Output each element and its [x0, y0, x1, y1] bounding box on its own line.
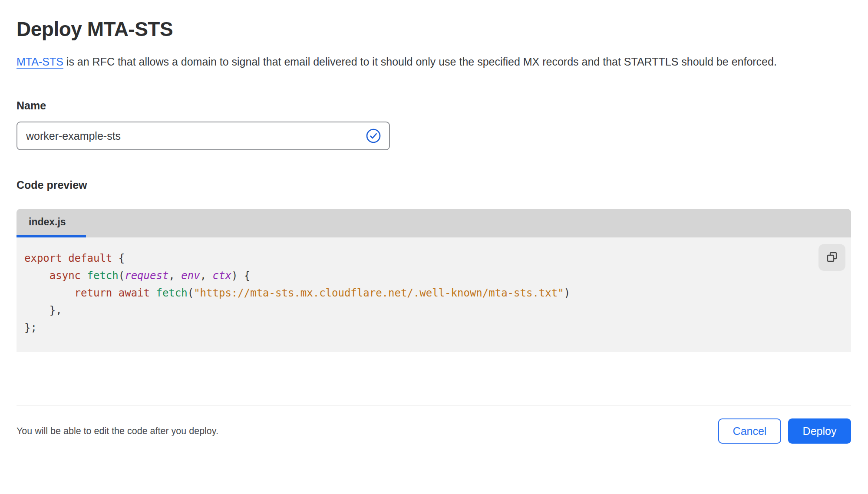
code-token: export default	[24, 252, 112, 264]
code-token: },	[24, 304, 62, 316]
code-token	[24, 270, 50, 282]
copy-icon	[826, 251, 838, 264]
code-preview-card: index.js export default { async fetch(re…	[17, 209, 851, 352]
deploy-mta-sts-page: Deploy MTA-STS MTA-STS is an RFC that al…	[0, 0, 868, 494]
description-body: is an RFC that allows a domain to signal…	[63, 56, 777, 68]
code-line: export default {	[24, 250, 842, 267]
cancel-button[interactable]: Cancel	[718, 418, 781, 444]
code-token: fetch	[156, 287, 187, 299]
code-line: };	[24, 319, 842, 336]
code-editor: export default { async fetch(request, en…	[24, 250, 842, 336]
code-tabbar: index.js	[17, 209, 851, 237]
code-token: request	[125, 270, 168, 282]
code-token: (	[119, 270, 125, 282]
code-line: async fetch(request, env, ctx) {	[24, 267, 842, 284]
code-token: ,	[200, 270, 213, 282]
footer-actions: Cancel Deploy	[718, 418, 851, 444]
page-title: Deploy MTA-STS	[17, 0, 851, 41]
code-token	[150, 287, 156, 299]
footer: You will be able to edit the code after …	[17, 405, 851, 461]
code-token	[24, 287, 75, 299]
code-token: ,	[168, 270, 181, 282]
footer-note: You will be able to edit the code after …	[17, 426, 218, 437]
code-token: env	[181, 270, 200, 282]
copy-button[interactable]	[818, 244, 845, 271]
code-line: },	[24, 302, 842, 319]
deploy-button[interactable]: Deploy	[788, 418, 851, 444]
code-token: return await	[75, 287, 150, 299]
code-area: export default { async fetch(request, en…	[17, 237, 851, 352]
code-token	[81, 270, 87, 282]
description-text: MTA-STS is an RFC that allows a domain t…	[17, 52, 837, 72]
code-token: };	[24, 322, 37, 334]
code-token: ) {	[231, 270, 250, 282]
code-preview-label: Code preview	[17, 179, 851, 191]
mta-sts-link[interactable]: MTA-STS	[17, 56, 63, 68]
name-label: Name	[17, 99, 851, 112]
tab-index-js[interactable]: index.js	[17, 209, 86, 237]
code-token: )	[564, 287, 570, 299]
check-circle-icon	[366, 128, 381, 144]
name-input[interactable]	[17, 122, 390, 150]
code-token: ctx	[213, 270, 231, 282]
code-line: return await fetch("https://mta-sts.mx.c…	[24, 284, 842, 302]
code-token: async	[50, 270, 81, 282]
code-token: (	[188, 287, 194, 299]
code-token: "https://mta-sts.mx.cloudflare.net/.well…	[194, 287, 564, 299]
code-token: {	[112, 252, 125, 264]
code-token: fetch	[87, 270, 119, 282]
name-input-wrap	[17, 122, 390, 150]
